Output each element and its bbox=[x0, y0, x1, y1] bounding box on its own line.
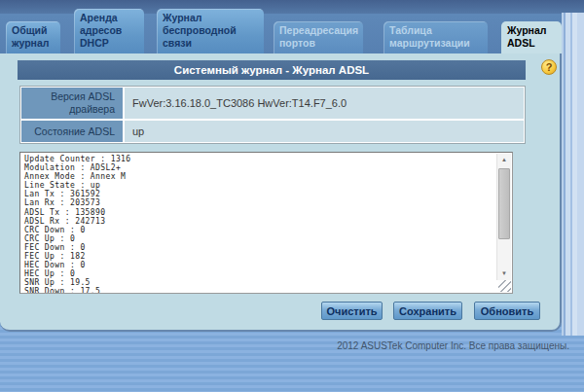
adsl-log-textarea[interactable]: Update Counter : 1316 Modulation : ADSL2… bbox=[19, 152, 513, 294]
log-scrollbar[interactable]: ▲ ▼ bbox=[496, 154, 511, 280]
content-panel: Системный журнал - Журнал ADSL ? Версия … bbox=[0, 53, 562, 332]
table-row: Версия ADSL драйвера FwVer:3.16.18.0_TC3… bbox=[21, 88, 524, 119]
table-row: Состояние ADSL up bbox=[21, 121, 524, 142]
tab-adsl-log[interactable]: Журнал ADSL bbox=[501, 21, 562, 53]
tab-routing-table[interactable]: Таблица маршрутизации bbox=[383, 21, 488, 53]
refresh-button[interactable]: Обновить bbox=[474, 302, 540, 320]
adsl-info-table: Версия ADSL драйвера FwVer:3.16.18.0_TC3… bbox=[19, 86, 526, 144]
right-frame-decoration bbox=[562, 13, 584, 336]
log-tabs-bar: Общий журнал Аренда адресов DHCP Журнал … bbox=[0, 14, 562, 53]
tab-port-forwarding[interactable]: Переадресация портов bbox=[274, 21, 363, 53]
router-admin-page: Общий журнал Аренда адресов DHCP Журнал … bbox=[0, 0, 584, 392]
tab-general-log[interactable]: Общий журнал bbox=[6, 21, 60, 53]
resize-grip-icon[interactable] bbox=[498, 280, 511, 292]
save-button[interactable]: Сохранить bbox=[393, 302, 462, 320]
tab-dhcp-leases[interactable]: Аренда адресов DHCP bbox=[74, 9, 144, 53]
adsl-state-label: Состояние ADSL bbox=[21, 121, 123, 142]
tab-wireless-log[interactable]: Журнал беспроводной связи bbox=[157, 9, 264, 53]
scroll-down-icon[interactable]: ▼ bbox=[497, 267, 511, 280]
adsl-log-text: Update Counter : 1316 Modulation : ADSL2… bbox=[20, 153, 512, 293]
copyright-text: 2012 ASUSTek Computer Inc. Все права защ… bbox=[0, 340, 569, 351]
scroll-up-icon[interactable]: ▲ bbox=[497, 154, 511, 166]
adsl-driver-version-value: FwVer:3.16.18.0_TC3086 HwVer:T14.F7_6.0 bbox=[125, 88, 524, 119]
scrollbar-thumb[interactable] bbox=[498, 168, 510, 239]
adsl-state-value: up bbox=[125, 121, 524, 142]
adsl-driver-version-label: Версия ADSL драйвера bbox=[21, 88, 123, 119]
help-icon[interactable]: ? bbox=[541, 59, 557, 75]
clear-button[interactable]: Очистить bbox=[321, 302, 383, 320]
page-title: Системный журнал - Журнал ADSL bbox=[18, 60, 526, 80]
